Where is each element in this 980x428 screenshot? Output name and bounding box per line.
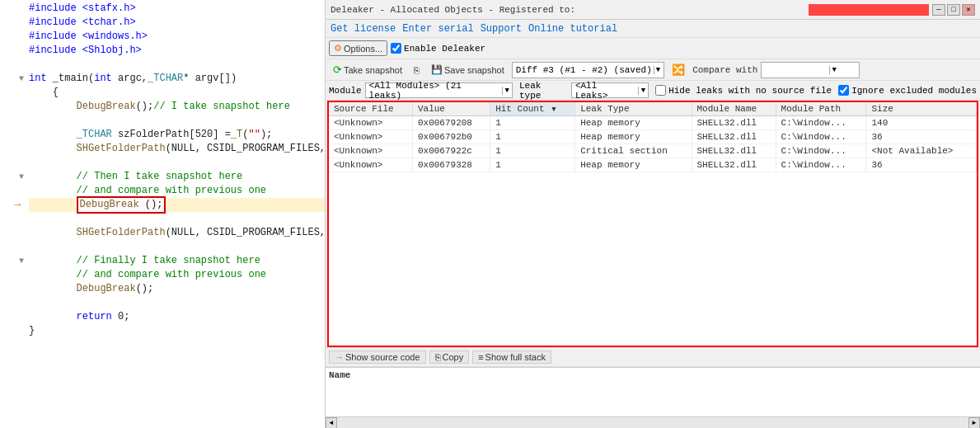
copy-icon-2: ⎘ xyxy=(435,352,441,362)
code-line: ▼ // Then I take snapshot here xyxy=(29,170,325,184)
show-source-label: Show source code xyxy=(345,352,420,362)
code-text: _tmain( xyxy=(47,72,95,86)
leaks-table-container[interactable]: Source File Value Hit Count ▼ Leak Type … xyxy=(327,101,978,347)
scroll-track[interactable] xyxy=(337,417,968,428)
show-full-stack-button[interactable]: ≡ Show full stack xyxy=(472,350,551,364)
table-row[interactable]: <Unknown>0x006793281Heap memorySHELL32.d… xyxy=(329,158,977,172)
code-text: szFolderPath[520] = xyxy=(112,128,231,142)
close-button[interactable]: ✕ xyxy=(962,4,975,16)
horizontal-scrollbar[interactable]: ◄ ► xyxy=(326,416,980,428)
show-source-button[interactable]: → Show source code xyxy=(329,350,426,364)
code-text: DebugBreak xyxy=(77,282,136,296)
name-header: Name xyxy=(329,369,977,381)
refresh-icon: ⟳ xyxy=(333,63,342,76)
col-header-source[interactable]: Source File xyxy=(329,102,412,116)
compare-icon: 🔀 xyxy=(672,63,685,76)
table-cell: 0x00679328 xyxy=(412,158,490,172)
scroll-left-button[interactable]: ◄ xyxy=(326,417,337,429)
code-text: (); xyxy=(136,100,154,114)
sort-arrow: ▼ xyxy=(551,106,556,114)
options-button[interactable]: ⚙ Options... xyxy=(329,40,387,56)
code-text: // Finally I take snapshot here xyxy=(77,254,260,268)
code-text: (); xyxy=(145,199,163,210)
code-text xyxy=(29,282,77,296)
enter-serial-link[interactable]: Enter serial xyxy=(402,23,473,35)
col-header-hitcount[interactable]: Hit Count ▼ xyxy=(490,102,575,116)
debug-break-highlight: DebugBreak (); xyxy=(77,196,166,214)
table-header-row: Source File Value Hit Count ▼ Leak Type … xyxy=(329,102,977,116)
enable-deleaker-checkbox-label[interactable]: Enable Deleaker xyxy=(391,43,485,54)
diff-dropdown[interactable]: Diff #3 (#1 - #2) (saved) ▼ xyxy=(512,62,664,78)
code-text: ( xyxy=(242,128,248,142)
table-cell: 1 xyxy=(490,116,575,130)
code-text: "" xyxy=(248,128,260,142)
filter-bar: Module <All Modules> (21 leaks) ▼ Leak t… xyxy=(326,81,980,101)
code-line: DebugBreak (); xyxy=(29,282,325,296)
col-header-leaktype[interactable]: Leak Type xyxy=(575,102,692,116)
code-line: _TCHAR szFolderPath[520] = _T ( "" ); xyxy=(29,128,325,142)
minimize-button[interactable]: — xyxy=(932,4,945,16)
code-text: #include <stafx.h> xyxy=(29,2,136,16)
col-header-size[interactable]: Size xyxy=(866,102,977,116)
code-text: (); xyxy=(136,282,154,296)
enable-deleaker-checkbox[interactable] xyxy=(391,43,401,54)
maximize-button[interactable]: □ xyxy=(947,4,960,16)
table-cell: 0x00679208 xyxy=(412,116,490,130)
support-link[interactable]: Support xyxy=(481,23,522,35)
module-value: <All Modules> (21 leaks) xyxy=(366,81,502,101)
code-content: #include <stafx.h> #include <tchar.h> #i… xyxy=(0,0,325,338)
table-cell: 0x0067922c xyxy=(412,144,490,158)
table-row[interactable]: <Unknown>0x006792081Heap memorySHELL32.d… xyxy=(329,116,977,130)
code-text: * argv[]) xyxy=(183,72,237,86)
diff-dropdown-arrow: ▼ xyxy=(654,66,662,74)
compare-with-label: Compare with xyxy=(692,65,757,75)
collapse-icon[interactable]: ▼ xyxy=(19,72,24,86)
code-text: SHGetFolderPath xyxy=(77,142,166,156)
table-cell: Heap memory xyxy=(575,116,692,130)
table-row[interactable]: <Unknown>0x0067922c1Critical sectionSHEL… xyxy=(329,144,977,158)
col-header-modulepath[interactable]: Module Path xyxy=(776,102,866,116)
table-cell: C:\Window... xyxy=(776,130,866,144)
compare-with-dropdown[interactable]: ▼ xyxy=(761,62,860,78)
table-cell: <Not Available> xyxy=(866,144,977,158)
ignore-excluded-checkbox-label[interactable]: Ignore excluded modules xyxy=(838,85,977,96)
table-cell: SHELL32.dll xyxy=(692,144,776,158)
save-snapshot-button[interactable]: 💾 Save snapshot xyxy=(427,63,509,77)
compare-icon-button[interactable]: 🔀 xyxy=(668,62,689,78)
table-cell: Heap memory xyxy=(575,130,692,144)
code-text: _TCHAR xyxy=(148,72,183,86)
col-header-value[interactable]: Value xyxy=(412,102,490,116)
leak-type-dropdown[interactable]: <All Leaks> ▼ xyxy=(571,82,649,98)
collapse-icon[interactable]: ▼ xyxy=(19,254,24,268)
code-line: #include <windows.h> xyxy=(29,30,325,44)
code-line: SHGetFolderPath (NULL, CSIDL_PROGRAM_FIL… xyxy=(29,142,325,156)
save-icon: 💾 xyxy=(431,64,443,75)
copy-icon: ⎘ xyxy=(414,65,420,75)
copy-snapshot-button[interactable]: ⎘ xyxy=(410,63,424,77)
code-text: _T xyxy=(231,128,242,142)
table-cell: 36 xyxy=(866,158,977,172)
ignore-excluded-checkbox[interactable] xyxy=(838,85,849,96)
online-tutorial-link[interactable]: Online tutorial xyxy=(528,23,617,35)
hide-leaks-checkbox-label[interactable]: Hide leaks with no source file xyxy=(655,85,832,96)
col-header-modulename[interactable]: Module Name xyxy=(692,102,776,116)
take-snapshot-button[interactable]: ⟳ Take snapshot xyxy=(329,62,406,78)
copy-button[interactable]: ⎘ Copy xyxy=(429,350,470,364)
code-line: ▼ // Finally I take snapshot here xyxy=(29,254,325,268)
scroll-right-button[interactable]: ► xyxy=(968,417,980,429)
table-cell: SHELL32.dll xyxy=(692,158,776,172)
code-text: #include <windows.h> xyxy=(29,30,148,44)
get-license-link[interactable]: Get license xyxy=(331,23,396,35)
table-row[interactable]: <Unknown>0x006792b01Heap memorySHELL32.d… xyxy=(329,130,977,144)
table-cell: SHELL32.dll xyxy=(692,130,776,144)
hide-leaks-checkbox[interactable] xyxy=(655,85,666,96)
code-text xyxy=(29,128,77,142)
table-cell: <Unknown> xyxy=(329,144,412,158)
collapse-icon[interactable]: ▼ xyxy=(19,170,24,184)
code-text xyxy=(29,198,77,212)
code-text xyxy=(29,310,77,324)
deleaker-panel: Deleaker - Allocated Objects - Registere… xyxy=(326,0,980,428)
module-filter-dropdown[interactable]: <All Modules> (21 leaks) ▼ xyxy=(365,82,513,98)
table-cell: 1 xyxy=(490,158,575,172)
table-cell: C:\Window... xyxy=(776,158,866,172)
